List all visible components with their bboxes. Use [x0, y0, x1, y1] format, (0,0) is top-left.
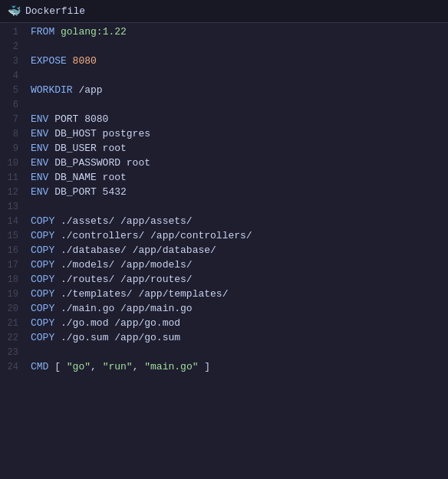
line-content [31, 41, 448, 52]
line-content: COPY ./routes/ /app/routes/ [31, 274, 448, 285]
token: ] [198, 361, 210, 372]
line-number: 5 [0, 85, 31, 96]
code-line: 9ENV DB_USER root [0, 143, 448, 157]
line-content: COPY ./models/ /app/models/ [31, 259, 448, 271]
token: COPY [31, 332, 54, 343]
line-content [31, 201, 448, 212]
line-content: EXPOSE 8080 [31, 55, 448, 67]
line-number: 22 [0, 333, 31, 343]
token: ENV [31, 143, 48, 154]
line-content [31, 346, 448, 358]
token: COPY [31, 259, 54, 271]
line-number: 16 [0, 245, 31, 256]
code-line: 3EXPOSE 8080 [0, 55, 448, 70]
docker-icon: 🐳 [8, 5, 21, 18]
token: ENV [31, 157, 48, 169]
line-number: 21 [0, 318, 31, 329]
code-line: 16COPY ./database/ /app/database/ [0, 244, 448, 259]
code-line: 1FROM golang:1.22 [0, 26, 448, 41]
token: DB_PASSWORD root [48, 157, 150, 169]
token: PORT 8080 [48, 113, 108, 125]
code-line: 21COPY ./go.mod /app/go.mod [0, 317, 448, 332]
token: , [91, 361, 97, 372]
line-number: 14 [0, 216, 31, 227]
token: ENV [31, 128, 48, 139]
token: EXPOSE [31, 55, 67, 67]
line-content: COPY ./assets/ /app/assets/ [31, 215, 448, 227]
token: COPY [31, 215, 54, 227]
code-line: 4 [0, 70, 448, 84]
line-number: 2 [0, 41, 31, 52]
line-number: 17 [0, 260, 31, 271]
token: CMD [31, 361, 48, 372]
code-line: 17COPY ./models/ /app/models/ [0, 259, 448, 274]
code-line: 14COPY ./assets/ /app/assets/ [0, 215, 448, 230]
token: ./go.mod /app/go.mod [54, 317, 180, 329]
line-content: COPY ./main.go /app/main.go [31, 303, 448, 314]
line-number: 20 [0, 303, 31, 314]
token: ./main.go /app/main.go [54, 303, 192, 314]
line-number: 24 [0, 362, 31, 372]
line-number: 6 [0, 100, 31, 110]
line-number: 10 [0, 158, 31, 169]
line-content: COPY ./go.mod /app/go.mod [31, 317, 448, 329]
line-number: 4 [0, 71, 31, 81]
token: DB_HOST postgres [48, 128, 150, 139]
line-number: 18 [0, 274, 31, 285]
line-content: COPY ./templates/ /app/templates/ [31, 288, 448, 300]
line-number: 13 [0, 202, 31, 212]
line-number: 8 [0, 129, 31, 139]
code-line: 7ENV PORT 8080 [0, 113, 448, 128]
code-line: 22COPY ./go.sum /app/go.sum [0, 332, 448, 346]
token: COPY [31, 244, 54, 256]
code-line: 10ENV DB_PASSWORD root [0, 157, 448, 172]
line-content: FROM golang:1.22 [31, 26, 448, 38]
filename: Dockerfile [25, 5, 85, 17]
line-content: ENV DB_NAME root [31, 172, 448, 183]
token: ENV [31, 186, 48, 198]
line-number: 7 [0, 114, 31, 125]
code-line: 8ENV DB_HOST postgres [0, 128, 448, 143]
line-content: ENV DB_PORT 5432 [31, 186, 448, 198]
code-line: 5WORKDIR /app [0, 84, 448, 99]
code-line: 6 [0, 99, 448, 113]
token: "main.go" [138, 361, 198, 372]
token: ./assets/ /app/assets/ [54, 215, 192, 227]
token: ENV [31, 172, 48, 183]
line-content: ENV DB_PASSWORD root [31, 157, 448, 169]
token: ENV [31, 113, 48, 125]
token: "go" [61, 361, 91, 372]
line-number: 1 [0, 27, 31, 38]
code-line: 13 [0, 201, 448, 215]
token: ./controllers/ /app/controllers/ [54, 230, 252, 241]
line-content: ENV PORT 8080 [31, 113, 448, 125]
line-content: COPY ./go.sum /app/go.sum [31, 332, 448, 343]
code-line: 18COPY ./routes/ /app/routes/ [0, 274, 448, 288]
line-number: 9 [0, 143, 31, 154]
line-content: COPY ./database/ /app/database/ [31, 244, 448, 256]
token: DB_NAME root [48, 172, 126, 183]
token: golang:1.22 [54, 26, 127, 38]
token: ./database/ /app/database/ [54, 244, 216, 256]
token: DB_PORT 5432 [48, 186, 126, 198]
line-number: 3 [0, 56, 31, 67]
code-line: 24CMD [ "go", "run", "main.go" ] [0, 361, 448, 376]
token: ./routes/ /app/routes/ [54, 274, 192, 285]
line-content: COPY ./controllers/ /app/controllers/ [31, 230, 448, 241]
token: COPY [31, 317, 54, 329]
code-line: 2 [0, 41, 448, 55]
token: [ [48, 361, 61, 372]
token: DB_USER root [48, 143, 126, 154]
token: "run" [97, 361, 133, 372]
token: COPY [31, 230, 54, 241]
token: FROM [31, 26, 54, 38]
token: COPY [31, 274, 54, 285]
line-number: 12 [0, 187, 31, 198]
line-content [31, 70, 448, 81]
code-area: 1FROM golang:1.222 3EXPOSE 80804 5WORKDI… [0, 23, 448, 379]
line-content: WORKDIR /app [31, 84, 448, 96]
token: 8080 [67, 55, 97, 67]
line-content: CMD [ "go", "run", "main.go" ] [31, 361, 448, 372]
code-line: 20COPY ./main.go /app/main.go [0, 303, 448, 317]
line-number: 11 [0, 172, 31, 183]
